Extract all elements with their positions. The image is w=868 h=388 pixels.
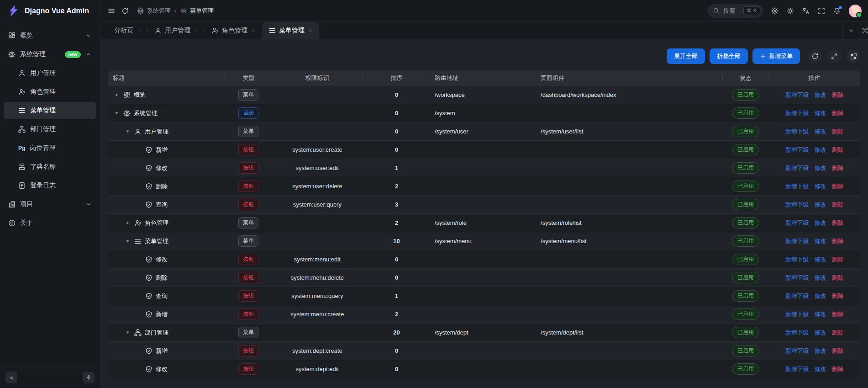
action-link[interactable]: 修改 — [814, 292, 826, 300]
user-avatar[interactable] — [849, 5, 862, 17]
tab-close-icon[interactable] — [308, 28, 313, 33]
action-delete[interactable]: 删除 — [831, 274, 843, 282]
action-link[interactable]: 修改 — [814, 310, 826, 319]
action-link[interactable]: 修改 — [814, 237, 826, 245]
column-header-type[interactable]: 类型 — [226, 70, 271, 86]
action-link[interactable]: 新增下级 — [785, 237, 809, 245]
table-row[interactable]: 新增 按钮 system:menu:create 2 已启用 新增下级 修改 删… — [108, 305, 860, 324]
table-row[interactable]: 用户管理 菜单 0 /system/user /system/user/list… — [108, 122, 860, 141]
table-columns-setting-icon[interactable] — [847, 49, 860, 63]
column-header-title[interactable]: 标题 — [108, 70, 226, 86]
pin-button[interactable] — [83, 372, 95, 383]
action-delete[interactable]: 删除 — [831, 182, 843, 191]
sidebar-item-0[interactable]: 概览 — [4, 27, 96, 44]
table-row[interactable]: 角色管理 菜单 2 /system/role /system/role/list… — [108, 214, 860, 232]
table-row[interactable]: 新增 按钮 system:dept:create 0 已启用 新增下级 修改 删… — [108, 342, 860, 360]
tree-caret-down-icon[interactable] — [113, 111, 120, 116]
search-input[interactable]: 搜索 ⌘ K — [707, 4, 763, 18]
sidebar-subitem-1-5[interactable]: 字典名称 — [4, 158, 96, 175]
theme-sun-icon[interactable] — [787, 7, 794, 15]
table-fullscreen-icon[interactable] — [827, 49, 841, 63]
table-row[interactable]: 删除 按钮 system:user:delete 2 已启用 新增下级 修改 删… — [108, 177, 860, 196]
action-link[interactable]: 修改 — [814, 128, 826, 136]
action-link[interactable]: 新增下级 — [785, 310, 809, 319]
language-translate-icon[interactable] — [802, 7, 810, 15]
fullscreen-icon[interactable] — [818, 7, 825, 15]
sidebar-collapse-button[interactable]: « — [5, 372, 17, 383]
action-link[interactable]: 新增下级 — [785, 255, 809, 264]
action-link[interactable]: 修改 — [814, 182, 826, 191]
tree-caret-down-icon[interactable] — [124, 239, 131, 244]
table-row[interactable]: 新增 按钮 system:user:create 0 已启用 新增下级 修改 删… — [108, 141, 860, 159]
breadcrumb-item-1[interactable]: 菜单管理 — [180, 7, 214, 15]
table-row[interactable]: 概览 菜单 0 /workspace /dashboard/workspace/… — [108, 86, 860, 104]
action-delete[interactable]: 删除 — [831, 329, 843, 337]
table-refresh-icon[interactable] — [808, 49, 822, 63]
action-link[interactable]: 修改 — [814, 91, 826, 99]
table-row[interactable]: 查询 按钮 system:menu:query 1 已启用 新增下级 修改 删除 — [108, 287, 860, 305]
action-link[interactable]: 新增下级 — [785, 219, 809, 227]
action-link[interactable]: 修改 — [814, 329, 826, 337]
action-link[interactable]: 修改 — [814, 255, 826, 264]
notification-bell-icon[interactable] — [833, 7, 841, 15]
table-row[interactable]: 部门管理 菜单 20 /system/dept /system/dept/lis… — [108, 324, 860, 342]
action-delete[interactable]: 删除 — [831, 237, 843, 245]
table-row[interactable]: 修改 按钮 system:user:edit 1 已启用 新增下级 修改 删除 — [108, 159, 860, 177]
action-link[interactable]: 新增下级 — [785, 146, 809, 154]
action-link[interactable]: 新增下级 — [785, 128, 809, 136]
action-delete[interactable]: 删除 — [831, 201, 843, 209]
action-link[interactable]: 新增下级 — [785, 182, 809, 191]
tab-2[interactable]: 角色管理 — [205, 22, 262, 39]
content-maximize-icon[interactable] — [859, 22, 868, 39]
expand-all-button[interactable]: 展开全部 — [667, 48, 705, 64]
sidebar-item-2[interactable]: 项目 — [4, 196, 96, 213]
table-row[interactable]: 修改 按钮 system:menu:edit 0 已启用 新增下级 修改 删除 — [108, 250, 860, 269]
sidebar-item-3[interactable]: 关于 — [4, 214, 96, 232]
sidebar-item-1[interactable]: 系统管理 new — [4, 46, 96, 63]
tab-close-icon[interactable] — [194, 28, 199, 33]
action-link[interactable]: 修改 — [814, 164, 826, 172]
settings-gear-icon[interactable] — [771, 7, 779, 15]
action-delete[interactable]: 删除 — [831, 255, 843, 264]
column-header-route[interactable]: 路由地址 — [430, 70, 536, 86]
add-menu-button[interactable]: 新增菜单 — [752, 48, 800, 64]
action-delete[interactable]: 删除 — [831, 146, 843, 154]
column-header-component[interactable]: 页面组件 — [536, 70, 722, 86]
action-link[interactable]: 新增下级 — [785, 164, 809, 172]
action-link[interactable]: 修改 — [814, 109, 826, 117]
action-delete[interactable]: 删除 — [831, 310, 843, 319]
table-row[interactable]: 修改 按钮 system:dept:edit 0 已启用 新增下级 修改 删除 — [108, 360, 860, 378]
action-link[interactable]: 修改 — [814, 146, 826, 154]
sidebar-subitem-1-3[interactable]: 部门管理 — [4, 121, 96, 138]
action-delete[interactable]: 删除 — [831, 91, 843, 99]
sidebar-subitem-1-0[interactable]: 用户管理 — [4, 64, 96, 82]
action-link[interactable]: 修改 — [814, 365, 826, 373]
action-link[interactable]: 新增下级 — [785, 274, 809, 282]
sidebar-subitem-1-1[interactable]: 角色管理 — [4, 83, 96, 101]
table-row[interactable]: 菜单管理 菜单 10 /system/menu /system/menu/lis… — [108, 232, 860, 250]
action-link[interactable]: 新增下级 — [785, 91, 809, 99]
column-header-perm[interactable]: 权限标识 — [271, 70, 363, 86]
table-row[interactable]: 系统管理 目录 0 /system 已启用 新增下级 修改 删除 — [108, 104, 860, 122]
action-link[interactable]: 新增下级 — [785, 109, 809, 117]
action-link[interactable]: 新增下级 — [785, 347, 809, 355]
sidebar-subitem-1-6[interactable]: 登录日志 — [4, 177, 96, 194]
tree-caret-down-icon[interactable] — [124, 129, 131, 134]
action-link[interactable]: 新增下级 — [785, 292, 809, 300]
action-delete[interactable]: 删除 — [831, 347, 843, 355]
action-link[interactable]: 修改 — [814, 274, 826, 282]
action-link[interactable]: 新增下级 — [785, 201, 809, 209]
action-delete[interactable]: 删除 — [831, 109, 843, 117]
table-row[interactable]: 查询 按钮 system:user:query 3 已启用 新增下级 修改 删除 — [108, 196, 860, 214]
action-link[interactable]: 修改 — [814, 347, 826, 355]
tab-3[interactable]: 菜单管理 — [262, 22, 319, 39]
action-delete[interactable]: 删除 — [831, 128, 843, 136]
action-link[interactable]: 修改 — [814, 201, 826, 209]
refresh-button[interactable] — [121, 7, 129, 15]
app-logo[interactable]: Djagno Vue Admin — [0, 0, 100, 22]
tab-0[interactable]: 分析页 — [108, 22, 148, 39]
sidebar-subitem-1-2[interactable]: 菜单管理 — [4, 102, 96, 119]
action-delete[interactable]: 删除 — [831, 365, 843, 373]
breadcrumb-item-0[interactable]: 系统管理 — [137, 7, 171, 15]
sidebar-subitem-1-4[interactable]: Pg岗位管理 — [4, 139, 96, 157]
